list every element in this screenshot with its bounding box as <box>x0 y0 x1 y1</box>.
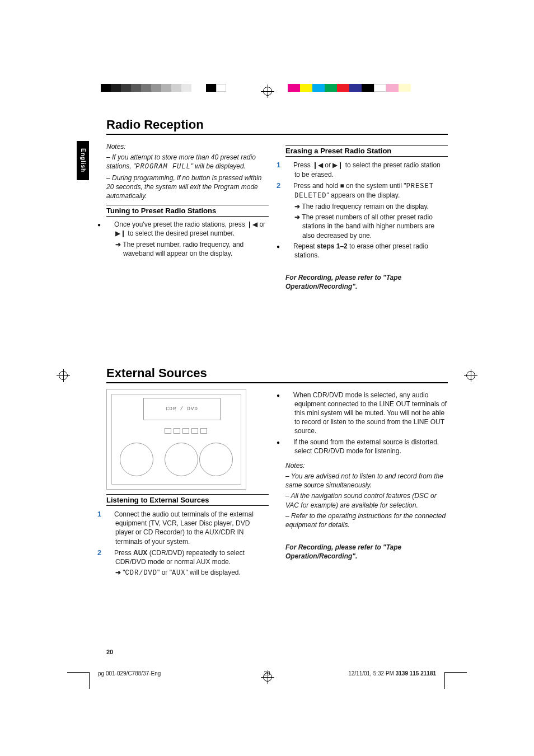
stop-icon: ■ <box>340 182 344 190</box>
ext-note-a: – You are advised not to listen to and r… <box>285 472 448 490</box>
heading-listening-external: Listening to External Sources <box>106 494 269 506</box>
page-number: 20 <box>106 649 113 655</box>
ext-note-c: – Refer to the operating instructions fo… <box>285 511 448 529</box>
tuning-result: ➜ The preset number, radio frequency, an… <box>106 240 269 258</box>
ext-notes-heading: Notes: <box>285 461 448 470</box>
footer-left: pg 001-029/C788/37-Eng <box>98 670 161 677</box>
footer-center: 20 <box>264 670 270 677</box>
section-title-external: External Sources <box>106 366 448 383</box>
section-title-radio: Radio Reception <box>106 118 448 135</box>
ext-recording-note: For Recording, please refer to "Tape Ope… <box>285 543 448 561</box>
note-program-full: – If you attempt to store more than 40 p… <box>106 153 269 171</box>
crop-mark-bl <box>67 672 90 689</box>
device-illustration: CDR / DVD <box>106 389 246 490</box>
external-left-column: CDR / DVD Listening to External Sources … <box>106 389 269 580</box>
registration-mark-left <box>59 371 68 380</box>
ext-step-1: 1Connect the audio out terminals of the … <box>106 509 269 546</box>
erase-result-a: ➜ The radio frequency remain on the disp… <box>285 202 448 211</box>
ext-note-b: – All the navigation sound control featu… <box>285 491 448 509</box>
ext-note-lineout: ●When CDR/DVD mode is selected, any audi… <box>285 391 448 436</box>
device-display: CDR / DVD <box>143 398 221 420</box>
footer-right: 12/11/01, 5:32 PM 3139 115 21181 <box>348 670 436 677</box>
erase-repeat: ●Repeat steps 1–2 to erase other preset … <box>285 242 448 260</box>
heading-erasing-preset: Erasing a Preset Radio Station <box>285 145 448 157</box>
ext-note-distorted: ●If the sound from the external source i… <box>285 438 448 456</box>
note-program-timeout: – During programming, if no button is pr… <box>106 173 269 201</box>
tuning-instruction: ●Once you've preset the radio stations, … <box>106 220 269 238</box>
radio-left-column: Notes: – If you attempt to store more th… <box>106 140 269 293</box>
language-tab: English <box>77 141 89 180</box>
grey-step-wedge <box>101 84 226 92</box>
next-track-icon: ▶❙ <box>332 161 343 169</box>
footer-line: pg 001-029/C788/37-Eng 20 12/11/01, 5:32… <box>98 670 436 677</box>
heading-tuning-preset: Tuning to Preset Radio Stations <box>106 205 269 217</box>
next-track-icon: ▶❙ <box>115 229 126 237</box>
erase-result-b: ➜ The preset numbers of all other preset… <box>285 213 448 240</box>
erase-step-1: 1Press ❙◀ or ▶❙ to select the preset rad… <box>285 160 448 179</box>
page-content: Radio Reception Notes: – If you attempt … <box>106 118 448 580</box>
notes-heading: Notes: <box>106 142 269 151</box>
crop-mark-br <box>444 672 467 689</box>
radio-recording-note: For Recording, please refer to "Tape Ope… <box>285 273 448 291</box>
ext-step-2: 2Press AUX (CDR/DVD) repeatedly to selec… <box>106 548 269 567</box>
registration-mark-right <box>466 371 475 380</box>
erase-step-2: 2Press and hold ■ on the system until "P… <box>285 181 448 200</box>
registration-mark-top <box>263 87 272 96</box>
prev-track-icon: ❙◀ <box>247 220 257 228</box>
prev-track-icon: ❙◀ <box>312 161 323 169</box>
external-right-column: ●When CDR/DVD mode is selected, any audi… <box>285 389 448 580</box>
ext-step-2-result: ➜ "CDR/DVD" or "AUX" will be displayed. <box>106 568 269 577</box>
cmyk-color-bar <box>288 84 411 92</box>
radio-right-column: Erasing a Preset Radio Station 1Press ❙◀… <box>285 140 448 293</box>
